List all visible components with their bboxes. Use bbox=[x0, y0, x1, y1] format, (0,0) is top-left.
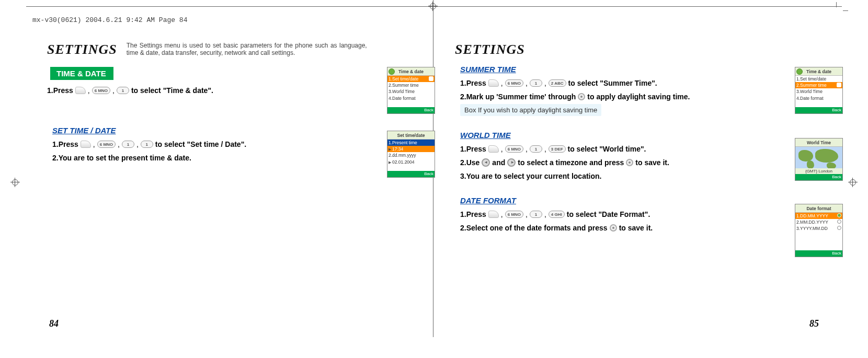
note-box: Box If you wish to apply daylight saving… bbox=[460, 104, 601, 116]
summer-step2: 2.Mark up 'Summer time' through to apply… bbox=[460, 93, 821, 101]
softkey-back: Back bbox=[387, 171, 435, 177]
page-number-left: 84 bbox=[49, 318, 59, 329]
heading-settings-right: SETTINGS bbox=[455, 42, 525, 57]
radio-icon bbox=[837, 226, 841, 230]
center-key-icon bbox=[578, 93, 585, 100]
set-time-date-step2: 2.You are to set the present time & date… bbox=[52, 154, 413, 162]
step-text-tail: to select "Set time / Date". bbox=[155, 140, 246, 148]
menu-row: 3.YYYY.MM.DD bbox=[795, 225, 842, 232]
menu-row: 2.dd.mm.yyyy bbox=[387, 152, 435, 158]
check-icon bbox=[429, 76, 433, 81]
step-text-mid2: to select a timezone and press bbox=[518, 158, 624, 167]
nav-left-icon bbox=[482, 158, 490, 167]
menu-row: 2.MM.DD.YYYY bbox=[795, 219, 842, 225]
print-header: mx-v30(0621) 2004.6.21 9:42 AM Page 84 bbox=[32, 17, 187, 24]
menu-row: 1.Set time/date bbox=[795, 76, 842, 82]
step-text: 1.Press bbox=[52, 140, 78, 148]
key-2-icon: 2 ABC bbox=[549, 79, 566, 87]
menu-row: 3.World Time bbox=[795, 88, 842, 95]
phone-title: Date format bbox=[806, 206, 831, 211]
key-1-icon: 1 bbox=[117, 87, 129, 94]
menu-row: 3.World Time bbox=[387, 88, 435, 95]
softkey-icon bbox=[81, 141, 91, 148]
menu-row-selected: 17:34 bbox=[387, 146, 435, 152]
softkey-icon bbox=[488, 211, 499, 218]
menu-row-selected: 1.DD.MM.YYYY bbox=[795, 213, 842, 219]
clock-icon bbox=[389, 68, 395, 75]
menu-row: 2.Summer time bbox=[387, 82, 435, 88]
key-1-icon: 1 bbox=[122, 141, 134, 148]
key-6-icon: 6 MNO bbox=[505, 79, 523, 87]
key-6-icon: 6 MNO bbox=[92, 87, 110, 94]
page-left: SETTINGS The Settings menu is used to se… bbox=[26, 42, 434, 324]
menu-row: 4.Date format bbox=[387, 95, 435, 101]
time-date-step1: 1.Press , 6 MNO, 1 to select "Time & dat… bbox=[47, 86, 413, 95]
world-step2: 2.Use and to select a timezone and press… bbox=[460, 158, 821, 167]
menu-row-selected: 2.Summer time bbox=[795, 82, 842, 88]
menu-row: 4.Date format bbox=[795, 95, 842, 101]
step-text: 2.You are to set the present time & date… bbox=[52, 154, 191, 162]
center-key-icon bbox=[626, 159, 633, 166]
menu-row: 02.01.2004 bbox=[387, 159, 435, 165]
world-map-graphic: {GMT} London bbox=[795, 147, 842, 174]
softkey-icon bbox=[75, 87, 86, 94]
section-time-date: TIME & DATE bbox=[47, 67, 113, 80]
phone-title: Set time/date bbox=[397, 133, 425, 138]
key-4-icon: 4 GHI bbox=[549, 211, 565, 218]
menu-row-header: 1.Present time bbox=[387, 140, 435, 146]
step-text: 1.Press bbox=[460, 210, 486, 218]
subheading-set-time-date: SET TIME / DATE bbox=[52, 126, 413, 135]
key-3-icon: 3 DEF bbox=[549, 145, 566, 153]
dateformat-step1: 1.Press , 6 MNO, 1, 4 GHI to select "Dat… bbox=[460, 210, 821, 218]
page-right: SETTINGS SUMMER TIME 1.Press , 6 MNO, 1,… bbox=[434, 42, 842, 324]
step-text: 2.Mark up 'Summer time' through bbox=[460, 93, 576, 101]
world-step1: 1.Press , 6 MNO, 1, 3 DEF to select "Wor… bbox=[460, 145, 821, 153]
softkey-icon bbox=[488, 145, 499, 153]
key-1-icon: 1 bbox=[530, 145, 542, 153]
step-text: 1.Press bbox=[460, 79, 486, 87]
key-6-icon: 6 MNO bbox=[505, 145, 523, 153]
key-1b-icon: 1 bbox=[141, 141, 153, 148]
phone-screen-world-time: World Time {GMT} London Back bbox=[795, 138, 843, 181]
section-time-date-label: TIME & DATE bbox=[56, 69, 106, 78]
document-spread: SETTINGS The Settings menu is used to se… bbox=[26, 42, 842, 324]
timezone-caption: {GMT} London bbox=[795, 168, 842, 174]
step-text-tail: to select "Summer Time". bbox=[568, 79, 657, 87]
phone-screen-date-format: Date format 1.DD.MM.YYYY 2.MM.DD.YYYY 3.… bbox=[795, 204, 843, 257]
key-6-icon: 6 MNO bbox=[97, 141, 116, 148]
phone-screen-time-date-2: Time & date 1.Set time/date 2.Summer tim… bbox=[795, 67, 843, 114]
settings-description: The Settings menu is used to set basic p… bbox=[127, 42, 367, 57]
step-text-tail: to save it. bbox=[635, 158, 669, 167]
phone-screen-set-time-date: Set time/date 1.Present time 17:34 2.dd.… bbox=[387, 131, 435, 178]
dateformat-step2: 2.Select one of the date formats and pre… bbox=[460, 224, 821, 232]
step-text: 3.You are to select your current locatio… bbox=[460, 172, 601, 180]
nav-right-icon bbox=[507, 158, 516, 167]
phone-title: Time & date bbox=[806, 69, 831, 74]
softkey-icon bbox=[488, 79, 499, 87]
key-1-icon: 1 bbox=[530, 211, 542, 218]
step-text-mid: and bbox=[492, 158, 505, 167]
page-number-right: 85 bbox=[809, 318, 819, 329]
phone-title: Time & date bbox=[398, 69, 424, 74]
check-icon bbox=[837, 83, 841, 87]
key-6-icon: 6 MNO bbox=[505, 211, 523, 218]
clock-icon bbox=[796, 68, 803, 75]
step-text: 2.Select one of the date formats and pre… bbox=[460, 224, 608, 232]
step-text-tail: to save it. bbox=[619, 224, 653, 232]
radio-icon bbox=[837, 220, 841, 224]
set-time-date-step1: 1.Press , 6 MNO, 1, 1 to select "Set tim… bbox=[52, 140, 413, 148]
menu-row-selected: 1.Set time/date bbox=[387, 76, 435, 82]
softkey-back: Back bbox=[795, 174, 842, 180]
subheading-date-format: DATE FORMAT bbox=[460, 196, 821, 205]
subheading-world-time: WORLD TIME bbox=[460, 131, 821, 140]
step-text: 2.Use bbox=[460, 158, 479, 167]
softkey-back: Back bbox=[795, 107, 842, 113]
step-text-tail: to apply daylight saving time. bbox=[587, 93, 690, 101]
step-text-tail: to select "Date Format". bbox=[567, 210, 650, 218]
phone-screen-time-date: Time & date 1.Set time/date 2.Summer tim… bbox=[387, 67, 435, 114]
step-text-tail: to select "World time". bbox=[568, 145, 646, 153]
heading-settings-left: SETTINGS bbox=[47, 42, 117, 57]
center-key-icon bbox=[610, 224, 617, 232]
phone-title: World Time bbox=[807, 140, 831, 145]
world-step3: 3.You are to select your current locatio… bbox=[460, 172, 821, 180]
